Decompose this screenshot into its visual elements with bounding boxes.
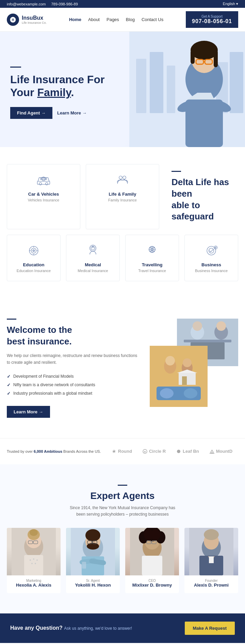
services-heading: Delta Life has been able to safeguard	[172, 177, 231, 222]
brands-section: Trusted by over 6,000 Ambitious Brands A…	[0, 438, 245, 464]
hero-buttons: Find Agent → Learn More →	[10, 107, 235, 119]
service-title-travel: Travelling	[131, 262, 173, 267]
service-title-family: Life & Family	[92, 192, 153, 197]
agent-name-3: Mixlixer D. Browny	[125, 583, 179, 588]
nav-pages[interactable]: Pages	[107, 17, 119, 22]
svg-point-66	[33, 558, 34, 560]
agent-card-3: CEO Mixlixer D. Browny	[125, 528, 179, 593]
svg-point-60	[30, 529, 38, 536]
footer-cta-text: Have any Question? Ask us anything, we'd…	[10, 625, 132, 631]
welcome-img-bottom-svg	[150, 346, 208, 407]
services-row1: Car & Vehicles Vehicles Insurance Life &…	[7, 164, 238, 229]
agent-photo-3	[125, 528, 179, 575]
service-card-business: Business Business Insurance	[184, 235, 238, 281]
agent-role-3: CEO	[125, 579, 179, 583]
agent-3-svg	[130, 528, 174, 575]
service-card-medical: Medical Medical Insurance	[66, 235, 120, 281]
nav-blog[interactable]: Blog	[126, 17, 135, 22]
welcome-content: Welcome to the best insurance. We help o…	[7, 319, 140, 417]
learn-more-button-hero[interactable]: Learn More →	[57, 107, 87, 119]
nav-about[interactable]: About	[88, 17, 100, 22]
svg-point-96	[204, 529, 219, 540]
svg-point-89	[151, 529, 160, 540]
svg-point-39	[216, 321, 226, 331]
agents-accent-line	[118, 485, 127, 486]
agent-name-2: Yokolili H. Hexon	[66, 583, 120, 588]
language-selector[interactable]: English ▾	[223, 2, 238, 6]
brand-logo-mountd: MountD	[209, 449, 232, 454]
services-accent-line	[172, 171, 181, 172]
svg-point-69	[35, 563, 36, 564]
svg-rect-92	[142, 556, 162, 575]
svg-point-20	[46, 182, 48, 185]
header-cta: Get A Support 907-08-056-01	[186, 11, 238, 28]
service-card-car: Car & Vehicles Vehicles Insurance	[7, 164, 80, 229]
top-bar: info@webexample.com 789-098-986-89 Engli…	[0, 0, 245, 8]
agent-4-svg	[189, 528, 233, 575]
mountd-icon	[209, 449, 215, 454]
agent-role-2: Sr. Agent	[66, 579, 120, 583]
svg-point-19	[39, 182, 42, 185]
agent-role-4: Founder	[184, 579, 238, 583]
agent-1-svg	[12, 528, 56, 575]
find-agent-button[interactable]: Find Agent →	[10, 107, 52, 119]
footer-sub: Ask us anything, we'd love to answer!	[64, 626, 132, 631]
topbar-email: info@webexample.com	[7, 2, 46, 6]
topbar-phone: 789-098-986-89	[51, 2, 78, 6]
checklist-item-2: Nifty team is a diverse network of consu…	[7, 381, 140, 389]
brand-logo-circle-r: R Circle R	[142, 449, 166, 454]
agent-photo-1	[7, 528, 61, 575]
welcome-images	[150, 319, 238, 407]
service-card-family: Life & Family Family Insurance	[86, 164, 159, 229]
svg-point-46	[183, 358, 192, 367]
welcome-image-bottom	[150, 346, 208, 407]
logo-text: InsuBux Life Insurance Co.	[22, 15, 47, 25]
agents-subtitle: Since 1914, the New York Mutual Insuranc…	[68, 505, 177, 518]
svg-rect-81	[82, 562, 86, 569]
brand-tagline: Life Insurance Co.	[22, 21, 47, 25]
hero-accent-line	[10, 67, 21, 68]
learn-more-button-welcome[interactable]: Learn More →	[7, 406, 50, 418]
make-request-button[interactable]: Make A Request	[185, 622, 235, 635]
hero-section: Life Insurance For Your Family. Find Age…	[0, 32, 245, 147]
svg-point-24	[123, 176, 126, 179]
svg-point-65	[30, 559, 31, 561]
service-subtitle-business: Business Insurance	[190, 269, 232, 273]
svg-point-67	[36, 559, 38, 561]
leaf-icon	[176, 449, 181, 454]
service-title-business: Business	[190, 262, 232, 267]
service-subtitle-medical: Medical Insurance	[72, 269, 114, 273]
agents-grid: Marketing Hexolia A. Alexis	[7, 528, 238, 593]
education-icon	[26, 243, 41, 258]
svg-point-51	[160, 388, 174, 398]
family-icon	[115, 173, 130, 187]
agent-role-1: Marketing	[7, 579, 61, 583]
svg-rect-64	[24, 555, 43, 575]
welcome-description: We help our clients reimagine, restructu…	[7, 352, 140, 366]
brand-logo-leaf: Leaf Bn	[176, 449, 199, 454]
svg-rect-40	[184, 340, 231, 342]
business-icon	[204, 243, 219, 258]
welcome-accent-line	[7, 319, 16, 320]
hero-highlight: Family	[37, 86, 71, 99]
checklist-item-1: Development of Financial Models	[7, 372, 140, 381]
nav-contact[interactable]: Contact Us	[142, 17, 163, 22]
agent-card-2: Sr. Agent Yokolili H. Hexon	[66, 528, 120, 593]
svg-point-44	[165, 356, 175, 365]
car-icon	[36, 173, 51, 187]
svg-rect-48	[179, 373, 196, 385]
header-phone: 907-08-056-01	[192, 18, 232, 24]
circle-r-icon: R	[142, 449, 148, 454]
medical-icon	[85, 243, 100, 258]
footer-cta: Have any Question? Ask us anything, we'd…	[0, 613, 245, 643]
svg-point-37	[193, 321, 202, 331]
agent-2-svg	[71, 528, 115, 575]
service-subtitle-education: Education Insurance	[13, 269, 55, 273]
brand-logo-round: Round	[111, 449, 132, 454]
brand-name: InsuBux	[22, 15, 47, 21]
round-icon	[111, 449, 117, 454]
service-title-car: Car & Vehicles	[13, 192, 75, 197]
nav-home[interactable]: Home	[69, 17, 81, 22]
svg-text:R: R	[144, 450, 146, 453]
logo-icon	[7, 14, 19, 26]
